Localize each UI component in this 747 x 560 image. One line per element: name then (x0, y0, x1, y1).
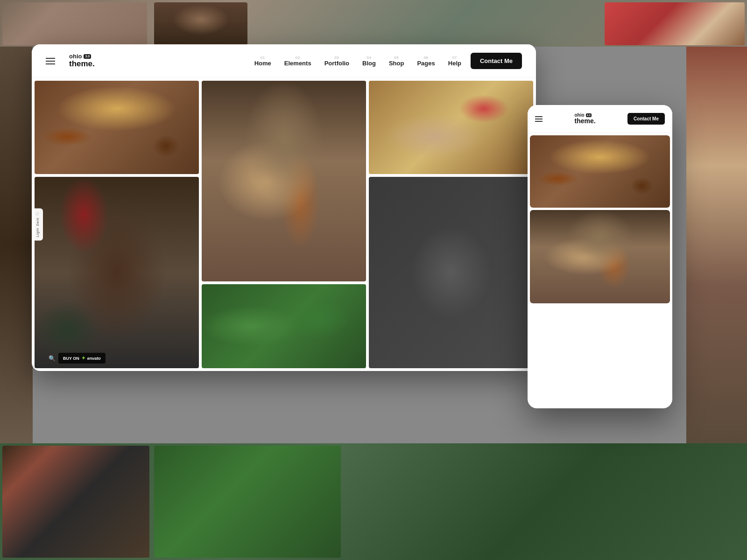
mobile-logo: ohio 3.0 theme. (574, 112, 595, 125)
bg-right (686, 47, 747, 443)
logo-name: ohio 3.0 (69, 53, 95, 60)
bg-left (0, 47, 33, 443)
nav-item-blog[interactable]: 04 Blog (362, 56, 376, 67)
photo-dark-stone (369, 177, 533, 368)
bg-top (0, 0, 747, 47)
bg-img-bottom-center (154, 446, 341, 558)
nav-item-pages[interactable]: 06 Pages (417, 56, 435, 67)
photo-cup-table (369, 81, 533, 174)
mobile-content (528, 133, 672, 306)
desktop-mockup: ohio 3.0 theme. 01 Home 02 Elements 03 P… (32, 44, 536, 371)
bg-img-bottom-left (2, 446, 149, 558)
envato-badge[interactable]: BUY ON ✦ envato (58, 353, 106, 364)
mobile-photo-food (530, 135, 670, 208)
bg-bottom (0, 443, 747, 560)
bg-img-top-left (2, 2, 147, 45)
hamburger-menu-icon[interactable] (46, 58, 55, 64)
search-icon-badge: 🔍 (49, 355, 56, 362)
logo-subtitle: theme. (69, 60, 95, 69)
dark-label: Dark (36, 217, 39, 226)
logo-badge: 3.0 (84, 54, 91, 59)
nav-item-shop[interactable]: 05 Shop (389, 56, 404, 67)
toggle-dot (35, 212, 39, 216)
light-label: Light (36, 228, 39, 237)
envato-leaf-icon: ✦ (81, 355, 85, 361)
buy-on-label: BUY ON (63, 356, 79, 361)
mobile-contact-me-button[interactable]: Contact Me (627, 113, 665, 125)
grid-col-right (369, 81, 533, 368)
desktop-navbar: ohio 3.0 theme. 01 Home 02 Elements 03 P… (32, 44, 536, 78)
photo-food-top (35, 81, 199, 174)
grid-col-left: 🔍 BUY ON ✦ envato (35, 81, 199, 368)
theme-toggle[interactable]: Dark Light (32, 208, 43, 240)
nav-item-help[interactable]: 07 Help (448, 56, 461, 67)
logo: ohio 3.0 theme. (69, 53, 95, 69)
nav-item-elements[interactable]: 02 Elements (284, 56, 311, 67)
mobile-logo-badge: 3.0 (586, 113, 592, 118)
mobile-logo-subtitle: theme. (574, 118, 595, 125)
bg-img-top-center (154, 2, 247, 45)
nav-item-portfolio[interactable]: 03 Portfolio (324, 56, 349, 67)
envato-name: envato (87, 356, 101, 361)
mobile-navbar: ohio 3.0 theme. Contact Me (528, 105, 672, 133)
mobile-mockup: ohio 3.0 theme. Contact Me (528, 105, 672, 408)
grid-col-center (202, 81, 366, 368)
mobile-photo-woman-fern (530, 210, 670, 303)
photo-woman-red: 🔍 BUY ON ✦ envato (35, 177, 199, 368)
mobile-hamburger-icon[interactable] (535, 116, 543, 122)
bg-img-top-right (605, 2, 745, 45)
contact-me-button[interactable]: Contact Me (471, 53, 522, 69)
nav-item-home[interactable]: 01 Home (254, 56, 271, 67)
photo-leaves (202, 284, 366, 368)
nav-links: 01 Home 02 Elements 03 Portfolio 04 Blog… (254, 56, 461, 67)
desktop-content-grid: Dark Light 🔍 BUY ON ✦ envato (32, 78, 536, 371)
photo-woman-fern (202, 81, 366, 281)
